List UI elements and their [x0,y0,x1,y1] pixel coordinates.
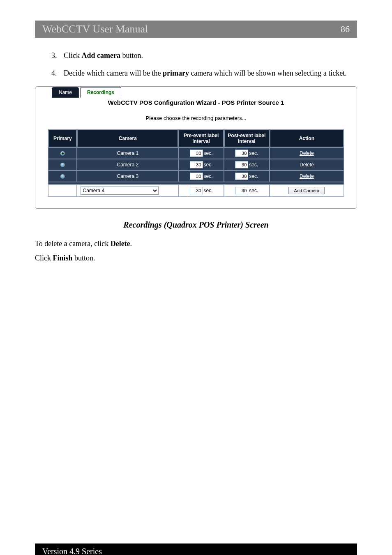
sec-label: sec. [249,188,258,193]
step-4-bold: primary [163,69,189,77]
step-4-pre: Decide which camera will be the [64,69,163,77]
post-input-2[interactable] [235,161,248,168]
camera-name-2: Camera 2 [77,159,178,170]
th-pre: Pre-event label interval [178,129,224,147]
table-row: Camera 2 sec. sec. Delete [48,159,344,170]
wizard-title: WebCCTV POS Configuration Wizard - POS P… [43,99,349,106]
add-camera-row: Camera 4 sec. sec. Add Camera [48,184,344,197]
pre-input-2[interactable] [190,161,203,168]
sec-label: sec. [249,162,258,168]
step-4-number: 4. [51,68,57,79]
pre-input-1[interactable] [190,150,203,157]
delete-link-2[interactable]: Delete [300,162,314,168]
camera-name-3: Camera 3 [77,170,178,182]
primary-radio-3[interactable] [60,174,65,179]
camera-select[interactable]: Camera 4 [81,187,159,195]
step-3-post: button. [120,51,143,60]
step-3: 3. Click Add camera button. [35,50,357,61]
primary-radio-2[interactable] [60,162,65,168]
primary-radio-1[interactable] [60,151,65,156]
manual-title: WebCCTV User Manual [42,23,148,35]
add-camera-button[interactable]: Add Camera [288,187,325,194]
th-action: Action [270,129,344,147]
add-post-input[interactable] [235,187,248,194]
step-3-number: 3. [51,50,57,61]
camera-name-1: Camera 1 [77,147,178,159]
step-4-post: camera which will be shown when selectin… [189,69,347,77]
tab-recordings[interactable]: Recordings [80,87,121,98]
screenshot-figure: Name Recordings WebCCTV POS Configuratio… [35,86,357,209]
delete-link-1[interactable]: Delete [300,150,314,156]
step-4: 4. Decide which camera will be the prima… [35,68,357,79]
sec-label: sec. [204,150,213,156]
body-delete-note: To delete a camera, click Delete. [35,240,357,248]
sec-label: sec. [204,162,213,168]
sec-label: sec. [249,173,258,179]
body-finish-note: Click Finish button. [35,254,357,263]
page-number: 86 [341,24,350,35]
delete-link-3[interactable]: Delete [300,173,314,179]
step-3-bold: Add camera [82,51,120,60]
th-primary: Primary [48,129,77,147]
step-3-pre: Click [64,51,82,60]
tabbar: Name Recordings [52,87,357,97]
add-primary-cell [48,184,77,197]
bold-delete: Delete [111,240,130,248]
add-pre-input[interactable] [190,187,203,194]
sec-label: sec. [204,188,213,193]
pre-input-3[interactable] [190,173,203,180]
th-camera: Camera [77,129,178,147]
sec-label: sec. [249,150,258,156]
post-input-1[interactable] [235,150,248,157]
figure-caption: Recordings (Quadrox POS Printer) Screen [35,220,357,230]
page-footer: Version 4.9 Series [35,543,357,555]
sec-label: sec. [204,173,213,179]
table-row: Camera 1 sec. sec. Delete [48,147,344,159]
table-row: Camera 3 sec. sec. Delete [48,170,344,182]
tab-name[interactable]: Name [52,87,79,98]
wizard-subtitle: Please choose the recording parameters..… [43,115,349,121]
post-input-3[interactable] [235,173,248,180]
page-header: WebCCTV User Manual 86 [35,21,357,38]
footer-version: Version 4.9 Series [42,547,102,555]
th-post: Post-event label interval [224,129,270,147]
recordings-table: Primary Camera Pre-event label interval … [48,129,344,197]
bold-finish: Finish [53,254,73,262]
